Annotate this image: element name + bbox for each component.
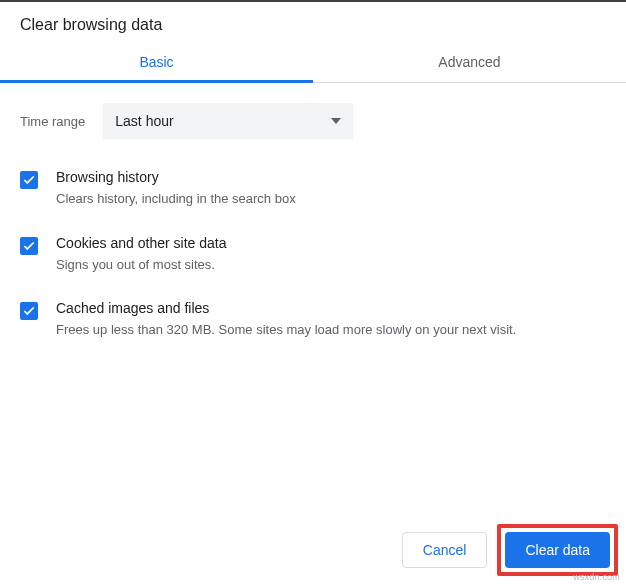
option-desc: Frees up less than 320 MB. Some sites ma…	[56, 320, 606, 340]
cancel-button[interactable]: Cancel	[402, 532, 488, 568]
option-text: Cached images and files Frees up less th…	[56, 300, 606, 340]
tab-advanced[interactable]: Advanced	[313, 44, 626, 82]
watermark: wsxdn.com	[573, 572, 620, 582]
clear-data-button[interactable]: Clear data	[505, 532, 610, 568]
checkbox-browsing-history[interactable]	[20, 171, 38, 189]
option-title: Cached images and files	[56, 300, 606, 316]
chevron-down-icon	[331, 118, 341, 124]
checkbox-cache[interactable]	[20, 302, 38, 320]
checkmark-icon	[22, 239, 36, 253]
dialog-title: Clear browsing data	[0, 2, 626, 44]
time-range-row: Time range Last hour	[20, 103, 606, 139]
option-title: Browsing history	[56, 169, 606, 185]
time-range-value: Last hour	[115, 113, 173, 129]
dialog-footer: Cancel Clear data	[402, 524, 618, 576]
clear-data-button-label: Clear data	[525, 542, 590, 558]
time-range-select[interactable]: Last hour	[103, 103, 353, 139]
checkbox-cookies[interactable]	[20, 237, 38, 255]
annotation-highlight: Clear data	[497, 524, 618, 576]
option-desc: Clears history, including in the search …	[56, 189, 606, 209]
tabs: Basic Advanced	[0, 44, 626, 83]
option-cache: Cached images and files Frees up less th…	[20, 300, 606, 340]
checkmark-icon	[22, 304, 36, 318]
tab-basic-label: Basic	[139, 54, 173, 70]
time-range-label: Time range	[20, 114, 85, 129]
option-desc: Signs you out of most sites.	[56, 255, 606, 275]
option-cookies: Cookies and other site data Signs you ou…	[20, 235, 606, 275]
option-title: Cookies and other site data	[56, 235, 606, 251]
option-browsing-history: Browsing history Clears history, includi…	[20, 169, 606, 209]
checkmark-icon	[22, 173, 36, 187]
cancel-button-label: Cancel	[423, 542, 467, 558]
option-text: Browsing history Clears history, includi…	[56, 169, 606, 209]
dialog-content: Time range Last hour Browsing history Cl…	[0, 83, 626, 376]
option-text: Cookies and other site data Signs you ou…	[56, 235, 606, 275]
tab-basic[interactable]: Basic	[0, 44, 313, 82]
tab-advanced-label: Advanced	[438, 54, 500, 70]
